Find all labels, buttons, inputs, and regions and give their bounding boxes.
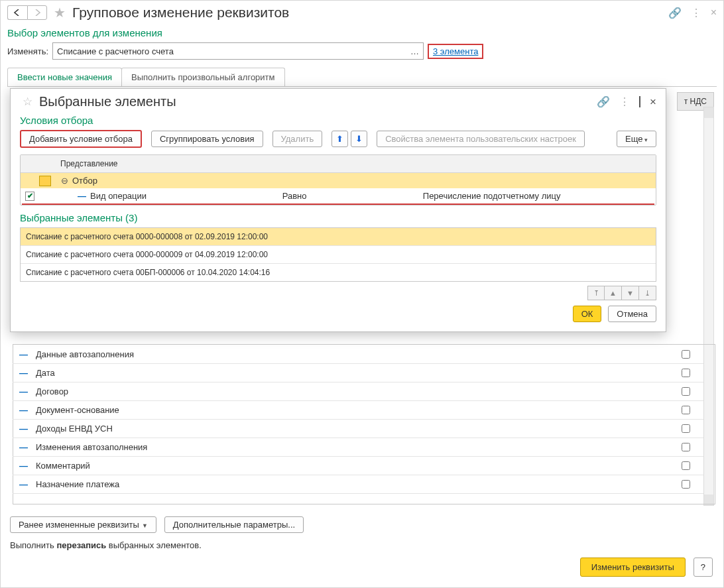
list-item[interactable]: —Дата <box>13 364 703 382</box>
selected-item[interactable]: Списание с расчетного счета 0000-000008 … <box>21 228 656 246</box>
cancel-button[interactable]: Отмена <box>608 306 656 322</box>
link-icon[interactable]: 🔗 <box>668 7 682 19</box>
tab-new-values[interactable]: Ввести новые значения <box>7 68 122 86</box>
footer-text: Выполнить перезапись выбранных элементов… <box>10 540 202 550</box>
move-up-button[interactable]: ⬆ <box>332 131 348 147</box>
list-item[interactable]: —Договор <box>13 382 703 401</box>
close-icon[interactable]: × <box>711 7 717 19</box>
group-conditions-button[interactable]: Сгруппировать условия <box>151 131 263 147</box>
row-checkbox[interactable] <box>682 424 690 433</box>
row-checkbox[interactable] <box>682 461 690 470</box>
selected-item[interactable]: Списание с расчетного счета 00БП-000006 … <box>21 264 656 281</box>
tabs: Ввести новые значения Выполнить произвол… <box>7 68 717 87</box>
list-item[interactable]: —Изменения автозаполнения <box>13 438 703 457</box>
elements-count-link[interactable]: 3 элемента <box>428 44 483 59</box>
change-label: Изменять: <box>7 46 48 56</box>
filter-condition-row[interactable]: ✔ —Вид операции Равно Перечисление подот… <box>21 188 656 204</box>
col-header-representation: Представление <box>55 155 656 172</box>
row-checkbox[interactable] <box>682 387 690 396</box>
apply-button[interactable]: Изменить реквизиты <box>580 558 686 577</box>
back-button[interactable] <box>7 5 27 20</box>
main-header: ★ Групповое изменение реквизитов 🔗 ⋮ × <box>7 5 717 21</box>
next-page-button[interactable]: ▼ <box>622 286 639 300</box>
close-icon[interactable]: × <box>650 95 656 109</box>
prev-changed-button[interactable]: Ранее измененные реквизиты▼ <box>10 516 156 533</box>
selected-section-title: Выбранные элементы (3) <box>20 212 656 223</box>
kebab-icon[interactable]: ⋮ <box>691 7 701 19</box>
nav-buttons: ⤒ ▲ ▼ ⤓ <box>20 286 656 300</box>
section-select-title: Выбор элементов для изменения <box>7 27 717 38</box>
row-checkbox[interactable] <box>682 350 690 359</box>
selected-item[interactable]: Списание с расчетного счета 0000-000009 … <box>21 246 656 264</box>
ok-button[interactable]: ОК <box>573 306 602 322</box>
last-page-button[interactable]: ⤓ <box>639 286 656 300</box>
delete-button[interactable]: Удалить <box>272 131 323 147</box>
list-item[interactable]: —Назначение платежа <box>13 475 703 494</box>
row-checkbox[interactable] <box>682 406 690 414</box>
list-item[interactable]: —Данные автозаполнения <box>13 345 703 364</box>
kebab-icon[interactable]: ⋮ <box>619 95 630 108</box>
filter-root-row[interactable]: ⊖Отбор <box>21 173 656 188</box>
star-icon[interactable]: ☆ <box>23 95 32 109</box>
ellipsis-icon[interactable]: … <box>410 46 419 56</box>
list-item[interactable]: —Доходы ЕНВД УСН <box>13 420 703 438</box>
row-checkbox[interactable] <box>682 480 690 489</box>
extra-params-button[interactable]: Дополнительные параметры... <box>164 516 304 533</box>
maximize-icon[interactable] <box>639 97 640 107</box>
move-down-button[interactable]: ⬇ <box>351 131 367 147</box>
row-checkbox[interactable] <box>682 369 690 377</box>
selected-elements-modal: ☆ Выбранные элементы 🔗 ⋮ × Условия отбор… <box>10 88 666 332</box>
prev-page-button[interactable]: ▲ <box>605 286 622 300</box>
change-input[interactable]: Списание с расчетного счета … <box>52 42 424 60</box>
list-item[interactable]: —Документ-основание <box>13 401 703 420</box>
filter-highlight-underline <box>22 204 654 205</box>
list-item[interactable]: —Комментарий <box>13 457 703 475</box>
first-page-button[interactable]: ⤒ <box>587 286 605 300</box>
row-checkbox[interactable] <box>682 443 690 451</box>
filter-toolbar: Добавить условие отбора Сгруппировать ус… <box>20 130 656 148</box>
star-icon[interactable]: ★ <box>54 5 66 21</box>
filter-table: Представление ⊖Отбор ✔ —Вид операции Рав… <box>20 154 656 206</box>
properties-button[interactable]: Свойства элемента пользовательских настр… <box>377 131 585 147</box>
more-button[interactable]: Еще <box>617 131 656 147</box>
tab-algorithm[interactable]: Выполнить произвольный алгоритм <box>121 68 284 86</box>
modal-title: Выбранные элементы <box>39 94 176 109</box>
help-button[interactable]: ? <box>694 558 713 577</box>
add-condition-button[interactable]: Добавить условие отбора <box>20 130 142 148</box>
modal-section-title: Условия отбора <box>20 115 656 126</box>
forward-button[interactable] <box>27 5 47 20</box>
selected-elements-list: Списание с расчетного счета 0000-000008 … <box>20 227 656 282</box>
back-requisites-list: —Данные автозаполнения —Дата —Договор —Д… <box>13 345 703 494</box>
link-icon[interactable]: 🔗 <box>597 95 610 108</box>
page-title: Групповое изменение реквизитов <box>72 5 289 21</box>
